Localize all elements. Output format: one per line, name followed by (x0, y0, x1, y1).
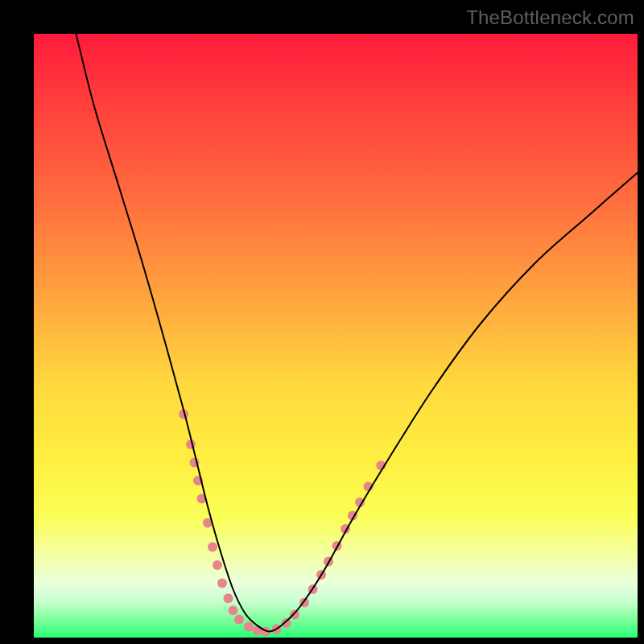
data-marker (229, 605, 238, 615)
data-marker (290, 609, 299, 619)
data-marker (213, 560, 222, 570)
data-marker (224, 593, 233, 603)
data-marker (282, 618, 291, 628)
watermark-text: TheBottleneck.com (466, 6, 634, 29)
bottleneck-curve-path (76, 34, 638, 632)
plot-area (34, 34, 638, 638)
chart-container: TheBottleneck.com (0, 0, 644, 644)
data-marker (208, 543, 217, 552)
data-marker (253, 625, 262, 635)
data-marker (217, 579, 227, 588)
data-markers-group (179, 410, 386, 637)
data-marker (234, 615, 244, 625)
chart-svg (34, 34, 638, 638)
data-marker (244, 621, 254, 631)
